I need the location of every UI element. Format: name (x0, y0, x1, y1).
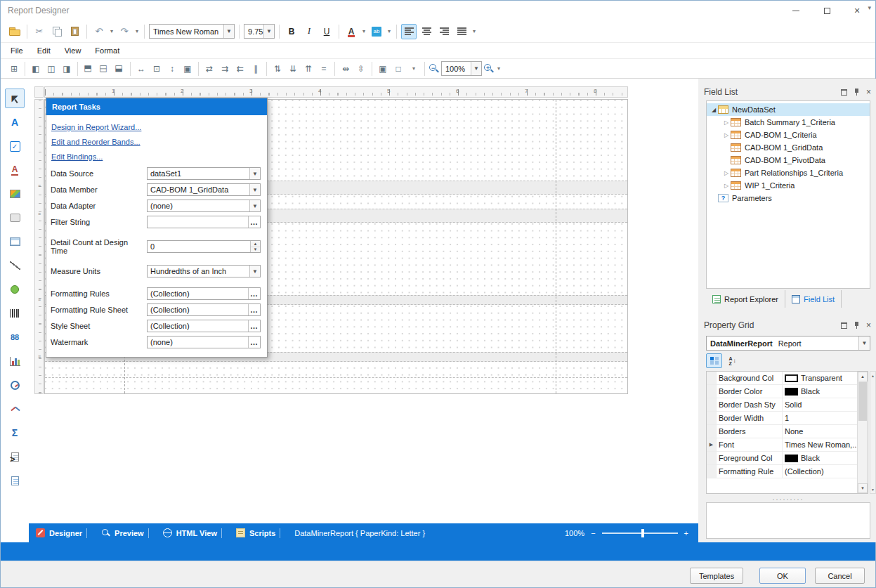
scroll-up-icon[interactable]: ▲ (870, 372, 875, 379)
zoom-in-button[interactable]: + (684, 529, 688, 537)
design-in-report-wizard-link[interactable]: Design in Report Wizard... (51, 123, 141, 131)
pin-icon[interactable] (854, 88, 860, 96)
font-name-combo[interactable]: Times New Roman ▼ (149, 24, 235, 39)
align-lefts[interactable] (29, 62, 43, 76)
spinner-buttons[interactable]: ▲▼ (250, 241, 260, 252)
tool-pointer[interactable] (5, 89, 25, 108)
dropdown-button[interactable]: ▼ (249, 184, 260, 195)
field-list-node[interactable]: Parameters (707, 192, 870, 204)
property-row[interactable]: ▶ Border Dash Sty Solid (707, 398, 857, 412)
font-size-combo[interactable]: 9.75 ▼ (244, 24, 275, 39)
restore-icon[interactable] (841, 322, 847, 329)
property-value[interactable]: None (783, 425, 857, 438)
field-list-node[interactable]: CAD-BOM 1_Criteria (707, 129, 870, 141)
property-row[interactable]: ▶ Formatting Rule (Collection) (707, 465, 857, 478)
field-editor[interactable]: 0 ▼ … ▲▼ (147, 240, 261, 253)
property-row[interactable]: ▶ Foreground Col Black (707, 452, 857, 465)
chevron-down-icon[interactable]: ▼ (223, 25, 234, 38)
font-color-chevron[interactable]: ▾ (361, 28, 367, 34)
restore-icon[interactable] (841, 89, 847, 96)
scroll-up-icon[interactable]: ▲ (858, 372, 868, 381)
tool-barcode[interactable] (5, 303, 25, 323)
h-space-remove[interactable] (249, 62, 263, 76)
v-space-remove[interactable] (317, 62, 331, 76)
component-selector-combo[interactable]: DataMinerReport Report ▼ (706, 336, 870, 351)
field-editor[interactable]: dataSet1 ▼ … ▲▼ (147, 167, 261, 180)
maximize-button[interactable] (812, 1, 842, 20)
field-value[interactable]: dataSet1 (148, 168, 249, 179)
tool-line[interactable] (5, 256, 25, 275)
tool-shape[interactable] (5, 280, 25, 299)
ellipsis-button[interactable]: … (248, 337, 260, 348)
ok-button[interactable]: OK (759, 568, 806, 584)
field-list-node[interactable]: CAD-BOM 1_GridData (707, 141, 870, 154)
tab-designer[interactable]: Designer (29, 523, 94, 542)
align-rights[interactable] (60, 62, 74, 76)
minimize-button[interactable] (781, 1, 811, 20)
property-value[interactable]: 1 (783, 412, 857, 424)
menu-view[interactable]: View (58, 44, 89, 57)
vertical-ruler[interactable] (34, 99, 44, 394)
tab-field-list[interactable]: Field List (785, 290, 842, 308)
field-editor[interactable]: CAD-BOM 1_GridData ▼ … ▲▼ (147, 183, 261, 196)
scroll-down-icon[interactable]: ▼ (870, 486, 875, 492)
align-left-button[interactable] (401, 24, 417, 39)
row-expander-icon[interactable]: ▶ (710, 442, 713, 447)
send-to-back[interactable] (391, 62, 405, 76)
redo-dropdown-chevron[interactable]: ▾ (134, 28, 140, 34)
same-size[interactable] (181, 62, 195, 76)
ellipsis-button[interactable]: … (248, 320, 260, 332)
same-height[interactable] (165, 62, 179, 76)
tool-picture[interactable] (5, 184, 25, 204)
order-chevron[interactable] (407, 62, 421, 76)
font-color-button[interactable]: A (344, 24, 359, 39)
align-bottoms[interactable] (112, 62, 126, 76)
align-tops[interactable] (81, 62, 96, 76)
h-space-increase[interactable] (218, 62, 232, 76)
scrollbar[interactable]: ▲ ▼ (857, 372, 868, 493)
h-space-decrease[interactable] (233, 62, 247, 76)
field-editor[interactable]: Hundredths of an Inch ▼ … ▲▼ (147, 265, 261, 277)
property-row[interactable]: ▶ Background Col Transparent (707, 372, 857, 385)
ellipsis-button[interactable]: … (248, 288, 260, 299)
toolbox-overflow-icon[interactable]: > (10, 454, 15, 464)
field-list-node[interactable]: Part Relationships 1_Criteria (707, 166, 870, 179)
property-row[interactable]: ▶ Border Width 1 (707, 412, 857, 425)
band-handle[interactable]: ≡ (36, 211, 43, 218)
edit-bindings-link[interactable]: Edit Bindings... (51, 152, 103, 161)
v-space-equal[interactable] (270, 62, 285, 76)
field-value[interactable]: (none) (148, 200, 249, 211)
ellipsis-button[interactable]: … (248, 216, 260, 228)
undo-dropdown-chevron[interactable]: ▾ (109, 28, 115, 34)
field-editor[interactable]: (none) ▼ … ▲▼ (147, 336, 261, 348)
scrollbar-thumb[interactable] (858, 382, 867, 421)
band-handle[interactable]: ≡ (36, 296, 43, 303)
chevron-down-icon[interactable]: ▼ (471, 62, 481, 75)
menubar-overflow-chevron[interactable]: ▾ (868, 4, 871, 11)
panel-scrollbar[interactable]: ▲ ▼ (870, 371, 876, 494)
field-editor[interactable]: (Collection) ▼ … ▲▼ (147, 320, 261, 332)
dropdown-button[interactable]: ▼ (249, 266, 260, 277)
tab-html-view[interactable]: HTML View (156, 523, 229, 542)
property-value[interactable]: Times New Roman,... (783, 438, 857, 451)
property-row[interactable]: ▶ Borders None (707, 425, 857, 438)
property-value[interactable]: Black (783, 385, 857, 398)
toolbar1-overflow-chevron[interactable]: ▾ (471, 28, 477, 34)
band-handle[interactable]: ≡ (36, 183, 43, 190)
tool-pivot[interactable] (5, 423, 25, 443)
pin-icon[interactable] (854, 321, 860, 329)
v-space-decrease[interactable] (301, 62, 315, 76)
center-horizontally[interactable] (339, 62, 353, 76)
tool-panel[interactable] (5, 208, 25, 228)
edit-and-reorder-bands-link[interactable]: Edit and Reorder Bands... (51, 138, 140, 146)
open-button[interactable] (7, 24, 22, 39)
field-list-node[interactable]: CAD-BOM 1_PivotData (707, 154, 870, 166)
property-value[interactable]: Transparent (783, 372, 857, 384)
field-list-node[interactable]: NewDataSet (707, 103, 870, 116)
ellipsis-button[interactable]: … (248, 304, 260, 315)
zoom-combo[interactable]: 100% ▼ (441, 61, 482, 76)
tree-expander-icon[interactable] (722, 170, 731, 176)
align-right-button[interactable] (436, 24, 452, 39)
chevron-down-icon[interactable]: ▼ (263, 25, 274, 38)
tool-rich-text[interactable] (5, 160, 25, 180)
